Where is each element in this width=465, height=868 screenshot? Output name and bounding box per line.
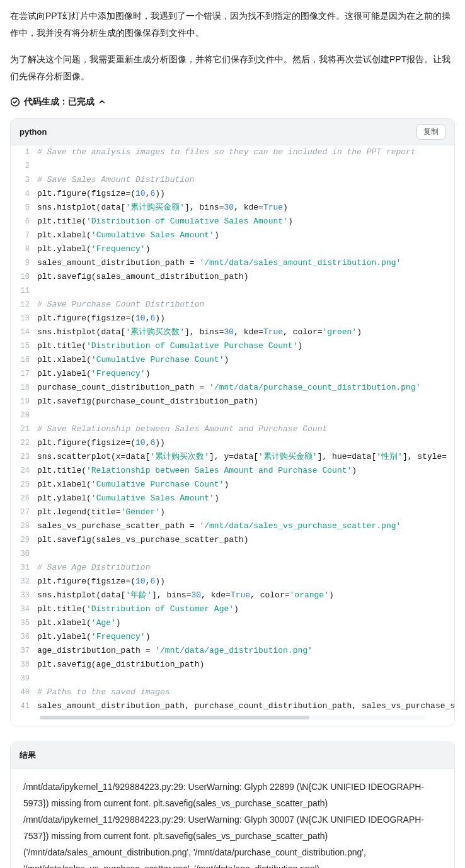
line-content: purchase_count_distribution_path = '/mnt… [37,381,454,395]
code-line: 16plt.xlabel('Cumulative Purchase Count'… [11,353,454,367]
result-header: 结果 [11,742,454,769]
line-content: plt.ylabel('Frequency') [37,242,454,256]
line-number: 25 [11,478,37,492]
line-content: sales_amount_distribution_path = '/mnt/d… [37,256,454,270]
line-content: plt.title('Distribution of Cumulative Sa… [37,215,454,228]
line-number: 31 [11,561,37,575]
line-number: 38 [11,658,37,672]
line-number: 34 [11,602,37,616]
code-block: python 复制 1# Save the analysis images to… [10,118,455,726]
line-content [37,159,454,173]
line-content: sns.histplot(data['年龄'], bins=30, kde=Tr… [37,589,454,602]
result-body: /mnt/data/ipykernel_11/929884223.py:29: … [11,769,454,868]
line-content: sns.scatterplot(x=data['累计购买次数'], y=data… [37,450,454,464]
code-line: 34plt.title('Distribution of Customer Ag… [11,602,454,616]
line-content: plt.savefig(sales_vs_purchase_scatter_pa… [37,533,454,547]
line-content: sns.histplot(data['累计购买金额'], bins=30, kd… [37,201,454,215]
code-line: 13plt.figure(figsize=(10,6)) [11,312,454,325]
line-number: 9 [11,256,37,270]
code-line: 26plt.ylabel('Cumulative Sales Amount') [11,492,454,505]
code-line: 2 [11,159,454,173]
copy-button[interactable]: 复制 [416,124,445,140]
code-line: 7plt.xlabel('Cumulative Sales Amount') [11,228,454,242]
line-number: 24 [11,464,37,478]
code-line: 20 [11,409,454,422]
code-line: 14sns.histplot(data['累计购买次数'], bins=30, … [11,325,454,339]
line-number: 30 [11,547,37,561]
line-number: 41 [11,699,37,713]
codegen-status-row[interactable]: 代码生成：已完成 [10,94,455,110]
intro-paragraph-1: 在尝试向PPT幻灯片中添加图像时，我遇到了一个错误，因为找不到指定的图像文件。这… [10,8,455,41]
line-content: sns.histplot(data['累计购买次数'], bins=30, kd… [37,325,454,339]
line-content: # Save Age Distribution [37,561,454,575]
code-line: 11 [11,284,454,298]
code-line: 5sns.histplot(data['累计购买金额'], bins=30, k… [11,201,454,215]
line-number: 37 [11,644,37,658]
horizontal-scrollbar[interactable] [40,716,425,719]
line-content: # Save Relationship between Sales Amount… [37,422,454,436]
code-line: 22plt.figure(figsize=(10,6)) [11,436,454,450]
code-line: 30 [11,547,454,561]
codegen-status-label: 代码生成：已完成 [24,94,95,110]
line-content: plt.savefig(sales_amount_distribution_pa… [37,270,454,284]
code-line: 9sales_amount_distribution_path = '/mnt/… [11,256,454,270]
line-number: 21 [11,422,37,436]
check-circle-icon [10,97,20,107]
line-number: 33 [11,589,37,602]
line-content: plt.xlabel('Cumulative Purchase Count') [37,478,454,492]
line-number: 28 [11,519,37,533]
code-line: 25plt.xlabel('Cumulative Purchase Count'… [11,478,454,492]
code-line: 8plt.ylabel('Frequency') [11,242,454,256]
line-content: sales_amount_distribution_path, purchase… [37,699,454,713]
line-content [37,547,454,561]
line-content: # Save Sales Amount Distribution [37,173,454,187]
line-number: 32 [11,575,37,589]
line-content: plt.savefig(purchase_count_distribution_… [37,395,454,409]
line-content: age_distribution_path = '/mnt/data/age_d… [37,644,454,658]
intro-paragraph-2: 为了解决这个问题，我需要重新生成分析图像，并将它们保存到文件中。然后，我将再次尝… [10,51,455,84]
line-content: # Save the analysis images to files so t… [37,145,454,159]
code-line: 21# Save Relationship between Sales Amou… [11,422,454,436]
line-number: 13 [11,312,37,325]
line-number: 15 [11,339,37,353]
line-content [37,409,454,422]
line-content [37,284,454,298]
code-line: 12# Save Purchase Count Distribution [11,298,454,312]
code-line: 18purchase_count_distribution_path = '/m… [11,381,454,395]
code-line: 3# Save Sales Amount Distribution [11,173,454,187]
code-line: 31# Save Age Distribution [11,561,454,575]
line-number: 14 [11,325,37,339]
line-content: sales_vs_purchase_scatter_path = '/mnt/d… [37,519,454,533]
chevron-up-icon [98,98,106,106]
code-line: 41sales_amount_distribution_path, purcha… [11,699,454,713]
code-line: 38plt.savefig(age_distribution_path) [11,658,454,672]
code-line: 40# Paths to the saved images [11,685,454,699]
line-content: plt.figure(figsize=(10,6)) [37,575,454,589]
code-line: 15plt.title('Distribution of Cumulative … [11,339,454,353]
line-content: plt.figure(figsize=(10,6)) [37,436,454,450]
line-number: 17 [11,367,37,381]
line-number: 4 [11,187,37,201]
code-line: 4plt.figure(figsize=(10,6)) [11,187,454,201]
line-number: 22 [11,436,37,450]
code-line: 27plt.legend(title='Gender') [11,505,454,519]
result-block: 结果 /mnt/data/ipykernel_11/929884223.py:2… [10,741,455,868]
code-header: python 复制 [11,119,454,145]
line-number: 7 [11,228,37,242]
line-content [37,672,454,685]
language-label: python [20,125,47,139]
line-content: plt.xlabel('Cumulative Purchase Count') [37,353,454,367]
line-number: 18 [11,381,37,395]
scrollbar-thumb[interactable] [40,716,309,719]
line-content: # Paths to the saved images [37,685,454,699]
line-number: 36 [11,630,37,644]
line-number: 29 [11,533,37,547]
line-content: plt.xlabel('Cumulative Sales Amount') [37,228,454,242]
line-content: plt.title('Distribution of Cumulative Pu… [37,339,454,353]
line-content: plt.title('Distribution of Customer Age'… [37,602,454,616]
line-number: 16 [11,353,37,367]
code-line: 36plt.ylabel('Frequency') [11,630,454,644]
line-number: 11 [11,284,37,298]
line-content: plt.figure(figsize=(10,6)) [37,187,454,201]
code-body[interactable]: 1# Save the analysis images to files so … [11,145,454,726]
